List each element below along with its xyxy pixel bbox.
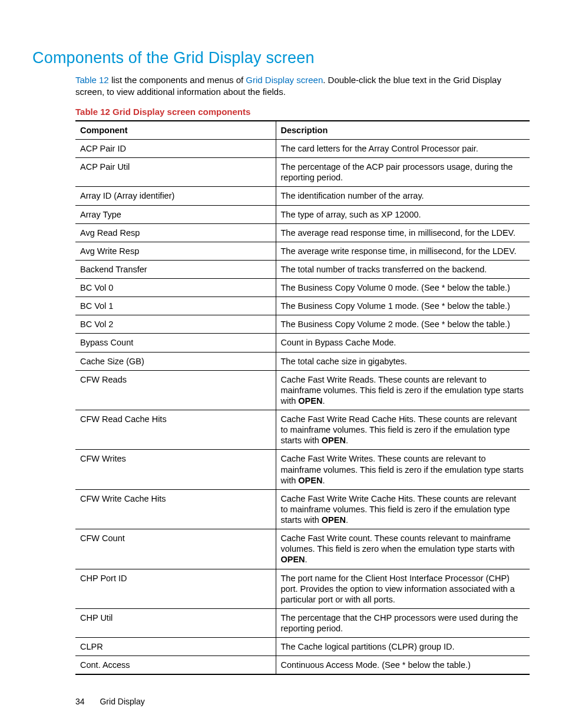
cell-description: Cache Fast Write Write Cache Hits. These… [276, 489, 530, 529]
cell-description-text-after: . [346, 515, 348, 525]
table-row: Cont. AccessContinuous Access Mode. (See… [75, 656, 530, 675]
cell-description: Continuous Access Mode. (See * below the… [276, 656, 530, 675]
cell-component: Array Type [75, 205, 276, 223]
cell-component: ACP Pair Util [75, 158, 276, 187]
cell-description-text-after: . [305, 555, 308, 564]
cell-description: Cache Fast Write Reads. These counts are… [276, 370, 530, 410]
cell-component: Cont. Access [75, 656, 276, 675]
table-row: Avg Read RespThe average read response t… [75, 223, 530, 242]
table-header-row: Component Description [75, 121, 530, 140]
cell-component: CHP Port ID [75, 569, 276, 608]
cell-description: The identification number of the array. [276, 187, 530, 205]
cell-description: The Business Copy Volume 2 mode. (See * … [276, 315, 530, 334]
table-row: CFW Read Cache HitsCache Fast Write Read… [75, 410, 530, 450]
section-heading: Components of the Grid Display screen [32, 48, 530, 68]
cell-description-text-after: . [322, 476, 325, 485]
cell-description: The total number of tracks transferred o… [276, 260, 530, 278]
cell-description-bold: OPEN [281, 555, 305, 564]
cell-description-bold: OPEN [322, 515, 346, 525]
cell-description-text: Cache Fast Write Write Cache Hits. These… [281, 494, 517, 525]
intro-text-1: list the components and menus of [109, 75, 246, 85]
components-table: Component Description ACP Pair IDThe car… [75, 120, 530, 676]
cell-description: The card letters for the Array Control P… [276, 140, 530, 158]
link-grid-display-screen[interactable]: Grid Display screen [246, 75, 323, 85]
cell-description-text-after: . [322, 396, 325, 406]
cell-description-bold: OPEN [322, 436, 346, 445]
cell-description: Cache Fast Write count. These counts rel… [276, 529, 530, 569]
column-header-description: Description [276, 121, 530, 140]
table-row: Avg Write RespThe average write response… [75, 242, 530, 260]
table-row: CHP UtilThe percentage that the CHP proc… [75, 608, 530, 637]
cell-description: The Business Copy Volume 0 mode. (See * … [276, 279, 530, 297]
cell-description: The port name for the Client Host Interf… [276, 569, 530, 608]
table-caption: Table 12 Grid Display screen components [75, 107, 530, 118]
cell-component: CFW Count [75, 529, 276, 569]
table-row: BC Vol 2The Business Copy Volume 2 mode.… [75, 315, 530, 334]
column-header-component: Component [75, 121, 276, 140]
document-page: Components of the Grid Display screen Ta… [0, 0, 562, 728]
table-row: Bypass CountCount in Bypass Cache Mode. [75, 334, 530, 352]
cell-description: The Cache logical partitions (CLPR) grou… [276, 638, 530, 656]
table-row: ACP Pair UtilThe percentage of the ACP p… [75, 158, 530, 187]
table-row: CHP Port IDThe port name for the Client … [75, 569, 530, 608]
cell-description-text: Cache Fast Write Read Cache Hits. These … [281, 414, 517, 445]
cell-component: CHP Util [75, 608, 276, 637]
footer-section-title: Grid Display [100, 697, 144, 706]
cell-description: The average write response time, in mill… [276, 242, 530, 260]
cell-component: BC Vol 0 [75, 279, 276, 297]
cell-component: Backend Transfer [75, 260, 276, 278]
cell-description: The type of array, such as XP 12000. [276, 205, 530, 223]
table-row: CFW CountCache Fast Write count. These c… [75, 529, 530, 569]
table-row: Array ID (Array identifier)The identific… [75, 187, 530, 205]
cell-description: Cache Fast Write Read Cache Hits. These … [276, 410, 530, 450]
cell-component: Bypass Count [75, 334, 276, 352]
intro-paragraph: Table 12 list the components and menus o… [75, 74, 530, 98]
table-row: ACP Pair IDThe card letters for the Arra… [75, 140, 530, 158]
cell-component: BC Vol 2 [75, 315, 276, 334]
table-row: Backend TransferThe total number of trac… [75, 260, 530, 278]
table-row: BC Vol 1The Business Copy Volume 1 mode.… [75, 297, 530, 315]
cell-component: CFW Reads [75, 370, 276, 410]
cell-component: CLPR [75, 638, 276, 656]
table-row: Array TypeThe type of array, such as XP … [75, 205, 530, 223]
cell-component: Avg Write Resp [75, 242, 276, 260]
cell-component: Array ID (Array identifier) [75, 187, 276, 205]
page-number: 34 [75, 697, 85, 706]
cell-description-text: Cache Fast Write count. These counts rel… [281, 533, 515, 554]
table-row: CFW Write Cache HitsCache Fast Write Wri… [75, 489, 530, 529]
cell-component: CFW Read Cache Hits [75, 410, 276, 450]
cell-component: Cache Size (GB) [75, 352, 276, 370]
table-row: CLPRThe Cache logical partitions (CLPR) … [75, 638, 530, 656]
cell-description: The percentage of the ACP pair processor… [276, 158, 530, 187]
table-row: Cache Size (GB)The total cache size in g… [75, 352, 530, 370]
cell-description-text-after: . [346, 436, 348, 445]
cell-component: Avg Read Resp [75, 223, 276, 242]
cell-description-bold: OPEN [298, 476, 322, 485]
cell-component: ACP Pair ID [75, 140, 276, 158]
cell-component: CFW Write Cache Hits [75, 489, 276, 529]
cell-description: Cache Fast Write Writes. These counts ar… [276, 450, 530, 489]
cell-description-bold: OPEN [298, 396, 322, 406]
cell-component: CFW Writes [75, 450, 276, 489]
table-row: BC Vol 0The Business Copy Volume 0 mode.… [75, 279, 530, 297]
cell-description: The total cache size in gigabytes. [276, 352, 530, 370]
cell-description: The Business Copy Volume 1 mode. (See * … [276, 297, 530, 315]
link-table-12[interactable]: Table 12 [75, 75, 109, 85]
cell-component: BC Vol 1 [75, 297, 276, 315]
cell-description: Count in Bypass Cache Mode. [276, 334, 530, 352]
table-row: CFW WritesCache Fast Write Writes. These… [75, 450, 530, 489]
cell-description: The average read response time, in milli… [276, 223, 530, 242]
page-footer: 34 Grid Display [75, 697, 145, 707]
table-row: CFW ReadsCache Fast Write Reads. These c… [75, 370, 530, 410]
cell-description: The percentage that the CHP processors w… [276, 608, 530, 637]
